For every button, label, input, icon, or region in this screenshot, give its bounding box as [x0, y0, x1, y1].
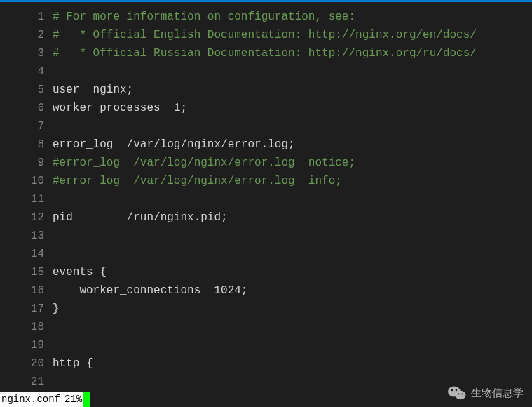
code-line[interactable]: 6worker_processes 1;: [0, 99, 532, 117]
line-number: 19: [0, 336, 53, 354]
code-line[interactable]: 7: [0, 117, 532, 135]
code-line[interactable]: 1# For more information on configuration…: [0, 8, 532, 26]
line-number: 8: [0, 135, 53, 154]
comment-token: # * Official English Documentation: http…: [53, 29, 477, 41]
code-token: error_log /var/log/nginx/error.log;: [53, 138, 295, 151]
code-line[interactable]: 11: [0, 190, 532, 208]
line-number: 6: [0, 99, 53, 117]
code-line[interactable]: 3# * Official Russian Documentation: htt…: [0, 44, 532, 62]
line-number: 2: [0, 26, 53, 44]
code-line[interactable]: 18: [0, 318, 532, 336]
line-number: 7: [0, 117, 53, 135]
code-line[interactable]: 13: [0, 227, 532, 245]
line-number: 17: [0, 300, 53, 318]
code-line[interactable]: 5user nginx;: [0, 81, 532, 99]
code-editor[interactable]: 1# For more information on configuration…: [0, 2, 532, 391]
code-token: worker_processes 1;: [53, 102, 187, 114]
line-number: 12: [0, 208, 53, 227]
line-number: 11: [0, 190, 53, 208]
line-number: 1: [0, 8, 53, 26]
comment-token: #error_log /var/log/nginx/error.log info…: [53, 175, 342, 187]
line-content[interactable]: }: [53, 300, 60, 318]
line-content[interactable]: user nginx;: [53, 81, 133, 99]
status-filename: nginx.conf: [0, 394, 63, 405]
line-number: 4: [0, 62, 53, 81]
code-line[interactable]: 4: [0, 62, 532, 81]
code-line[interactable]: 9#error_log /var/log/nginx/error.log not…: [0, 154, 532, 172]
line-number: 15: [0, 263, 53, 281]
code-line[interactable]: 17}: [0, 300, 532, 318]
comment-token: #error_log /var/log/nginx/error.log noti…: [53, 156, 355, 169]
line-number: 5: [0, 81, 53, 99]
svg-point-2: [451, 389, 453, 392]
line-number: 14: [0, 245, 53, 263]
line-number: 20: [0, 354, 53, 373]
code-token: user nginx;: [53, 84, 133, 96]
comment-token: # For more information on configuration,…: [53, 11, 355, 23]
code-line[interactable]: 14: [0, 245, 532, 263]
code-token: worker_connections 1024;: [53, 284, 247, 297]
svg-point-1: [456, 391, 466, 399]
svg-point-3: [456, 389, 458, 392]
line-content[interactable]: worker_connections 1024;: [53, 281, 247, 300]
svg-point-4: [458, 393, 459, 394]
status-bar: nginx.conf 21%: [0, 392, 90, 407]
wechat-label: 生物信息学: [471, 387, 524, 400]
line-content[interactable]: #error_log /var/log/nginx/error.log info…: [53, 172, 342, 190]
code-line[interactable]: 20http {: [0, 354, 532, 373]
line-number: 3: [0, 44, 53, 62]
status-cursor-block: [83, 392, 90, 407]
line-content[interactable]: #error_log /var/log/nginx/error.log noti…: [53, 154, 355, 172]
line-content[interactable]: worker_processes 1;: [53, 99, 187, 117]
code-line[interactable]: 10#error_log /var/log/nginx/error.log in…: [0, 172, 532, 190]
code-line[interactable]: 19: [0, 336, 532, 354]
line-number: 21: [0, 373, 53, 391]
line-content[interactable]: events {: [53, 263, 107, 281]
line-number: 16: [0, 281, 53, 300]
line-number: 18: [0, 318, 53, 336]
status-percent: 21%: [63, 394, 83, 405]
wechat-icon: [447, 385, 467, 401]
code-token: }: [53, 302, 60, 315]
line-content[interactable]: http {: [53, 354, 93, 373]
code-token: events {: [53, 266, 107, 279]
code-token: http {: [53, 357, 93, 370]
line-content[interactable]: error_log /var/log/nginx/error.log;: [53, 135, 295, 154]
line-content[interactable]: # * Official Russian Documentation: http…: [53, 44, 477, 62]
line-content[interactable]: # For more information on configuration,…: [53, 8, 355, 26]
code-line[interactable]: 16 worker_connections 1024;: [0, 281, 532, 300]
line-number: 13: [0, 227, 53, 245]
svg-point-5: [461, 393, 463, 394]
line-number: 10: [0, 172, 53, 190]
line-content[interactable]: pid /run/nginx.pid;: [53, 208, 228, 227]
wechat-watermark: 生物信息学: [447, 385, 524, 401]
line-content[interactable]: # * Official English Documentation: http…: [53, 26, 477, 44]
comment-token: # * Official Russian Documentation: http…: [53, 47, 477, 60]
line-number: 9: [0, 154, 53, 172]
code-line[interactable]: 8error_log /var/log/nginx/error.log;: [0, 135, 532, 154]
code-line[interactable]: 15events {: [0, 263, 532, 281]
code-token: pid /run/nginx.pid;: [53, 211, 228, 224]
code-line[interactable]: 2# * Official English Documentation: htt…: [0, 26, 532, 44]
code-line[interactable]: 12pid /run/nginx.pid;: [0, 208, 532, 227]
